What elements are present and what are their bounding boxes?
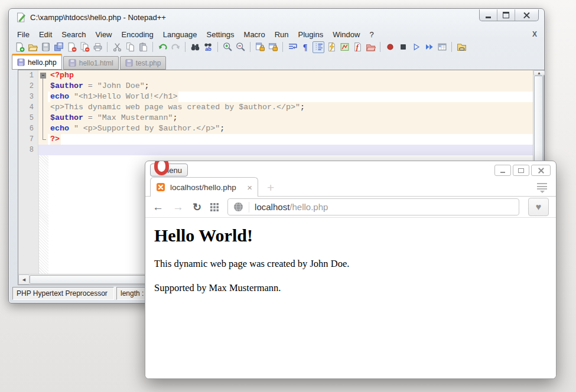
menu-item-plugins[interactable]: Plugins <box>294 30 328 40</box>
macro-save-icon[interactable] <box>436 41 448 53</box>
cut-icon[interactable] <box>111 41 123 53</box>
close-all-icon[interactable] <box>79 41 90 53</box>
fold-line <box>38 102 48 113</box>
undo-icon[interactable] <box>157 41 168 53</box>
menu-item-help[interactable]: ? <box>365 30 378 40</box>
redo-icon[interactable] <box>170 41 181 53</box>
menu-item-settings[interactable]: Settings <box>202 30 239 40</box>
fold-collapse-icon[interactable] <box>38 70 48 81</box>
zoom-out-icon[interactable] <box>235 41 246 53</box>
menubar: File Edit Search View Encoding Language … <box>12 29 541 40</box>
menu-item-language[interactable]: Language <box>158 30 202 40</box>
menu-item-macro[interactable]: Macro <box>239 30 270 40</box>
print-icon[interactable] <box>92 41 103 53</box>
monitoring-icon[interactable] <box>455 41 467 53</box>
reload-button[interactable]: ↻ <box>193 202 201 213</box>
function-list-icon[interactable]: f <box>352 41 363 53</box>
code-line[interactable]: 7 ?> <box>18 134 533 145</box>
bookmark-heart-button[interactable]: ♥ <box>528 198 549 216</box>
menubar-close-icon[interactable]: X <box>532 30 537 38</box>
scroll-left-icon[interactable]: ◀ <box>18 275 30 285</box>
code-line[interactable]: 4 <p>This dynamic web page was created b… <box>18 102 533 113</box>
status-doc-type: PHP Hypertext Preprocessor <box>12 287 114 300</box>
folder-as-workspace-icon[interactable] <box>365 41 376 53</box>
code-segment: ; <box>173 113 177 122</box>
menu-item-run[interactable]: Run <box>270 30 294 40</box>
line-number: 2 <box>18 81 38 92</box>
close-file-icon[interactable] <box>66 41 77 53</box>
address-bar[interactable]: localhost/hello.php <box>227 198 519 215</box>
macro-run-multiple-icon[interactable] <box>423 41 435 53</box>
menu-item-edit[interactable]: Edit <box>34 30 57 40</box>
tab-bar: hello.php hello1.html test.php <box>12 54 541 70</box>
sync-horizontal-scroll-icon[interactable] <box>267 41 279 53</box>
find-icon[interactable] <box>189 41 201 53</box>
macro-stop-icon[interactable] <box>397 41 409 53</box>
menu-item-window[interactable]: Window <box>328 30 365 40</box>
code-line[interactable]: 2 $author = "John Doe"; <box>18 81 533 92</box>
replace-icon[interactable]: ab <box>202 41 214 53</box>
word-wrap-icon[interactable] <box>287 41 298 53</box>
code-line-current[interactable]: 8 <box>18 145 533 155</box>
menu-item-file[interactable]: File <box>12 30 34 40</box>
window-title: C:\xampp\htdocs\hello.php - Notepad++ <box>30 13 166 22</box>
horizontal-scroll-thumb[interactable] <box>30 275 147 284</box>
code-line[interactable]: 3 echo "<h1>Hello World!</h1> <box>18 92 533 102</box>
show-all-characters-icon[interactable]: ¶ <box>300 41 311 53</box>
saved-file-icon <box>17 58 25 66</box>
maximize-button[interactable] <box>497 9 515 21</box>
back-button[interactable]: ← <box>152 201 164 213</box>
browser-tab[interactable]: localhost/hello.php × <box>150 177 258 197</box>
new-tab-button[interactable]: + <box>267 181 274 195</box>
fold-line <box>38 81 48 92</box>
user-defined-dialog-icon[interactable] <box>326 41 337 53</box>
close-button[interactable] <box>531 165 551 176</box>
paste-icon[interactable] <box>137 41 149 53</box>
menu-item-encoding[interactable]: Encoding <box>117 30 158 40</box>
toolbar-separator <box>217 42 218 52</box>
tab-menu-icon[interactable] <box>537 183 547 195</box>
new-file-icon[interactable] <box>14 41 25 53</box>
scroll-up-icon[interactable]: ▲ <box>533 70 545 76</box>
minimize-button[interactable] <box>494 165 511 176</box>
menu-item-view[interactable]: View <box>91 30 117 40</box>
macro-playback-icon[interactable] <box>410 41 422 53</box>
copy-icon[interactable] <box>124 41 136 53</box>
tab-hello-php[interactable]: hello.php <box>12 54 62 70</box>
save-icon[interactable] <box>40 41 51 53</box>
save-all-icon[interactable] <box>53 41 64 53</box>
maximize-button[interactable] <box>513 165 529 176</box>
tab-close-icon[interactable]: × <box>247 183 252 192</box>
code-segment: "<h1>Hello World!</h1> <box>69 92 178 101</box>
line-number: 7 <box>18 134 38 145</box>
menu-item-search[interactable]: Search <box>57 30 90 40</box>
code-line[interactable]: 5 $author = "Max Mustermann"; <box>18 113 533 123</box>
tab-hello1-html[interactable]: hello1.html <box>63 56 119 70</box>
zoom-in-icon[interactable] <box>222 41 233 53</box>
notepad-titlebar[interactable]: C:\xampp\htdocs\hello.php - Notepad++ <box>16 12 166 22</box>
tab-test-php[interactable]: test.php <box>120 56 167 70</box>
show-indent-guide-icon[interactable] <box>313 41 324 53</box>
opera-window-controls <box>494 165 551 176</box>
page-paragraph: This dynamic web page was created by Joh… <box>154 258 547 270</box>
code-segment: " <p>Supported by $author.</p>" <box>69 124 220 133</box>
minimize-button[interactable] <box>480 9 497 21</box>
document-map-icon[interactable] <box>339 41 350 53</box>
toolbar-separator <box>250 42 250 52</box>
sync-vertical-scroll-icon[interactable] <box>254 41 266 53</box>
macro-record-icon[interactable] <box>384 41 396 53</box>
code-segment: ; <box>145 81 149 90</box>
window-controls <box>479 9 539 21</box>
speed-dial-icon[interactable] <box>210 203 219 211</box>
toolbar-separator <box>380 42 380 52</box>
fold-line <box>38 92 48 102</box>
code-line[interactable]: 6 echo " <p>Supported by $author.</p>"; <box>18 123 533 134</box>
forward-button[interactable]: → <box>173 201 184 213</box>
code-segment: <?php <box>50 71 74 80</box>
code-line[interactable]: 1 <?php <box>18 70 533 81</box>
open-file-icon[interactable] <box>27 41 38 53</box>
close-button[interactable] <box>515 9 538 21</box>
url-host: localhost <box>255 202 289 212</box>
line-number: 4 <box>18 102 38 113</box>
line-number: 6 <box>18 123 38 134</box>
